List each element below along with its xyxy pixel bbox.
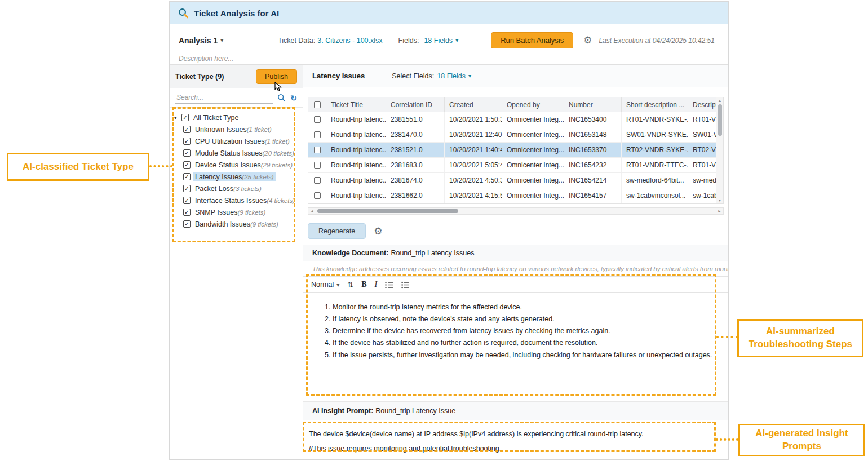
select-all-checkbox[interactable]	[314, 101, 321, 108]
column-header-description[interactable]: Description	[688, 97, 716, 112]
app-header: Ticket Analysis for AI	[170, 2, 728, 24]
checkbox-icon[interactable]: ✓	[183, 209, 191, 216]
tree-item-device-status-issues[interactable]: ✓ Device Status Issues(29 tickets)	[173, 159, 299, 171]
cell-description: SW01-VND	[688, 127, 716, 142]
tree-item-label: Module Status Issues	[195, 149, 263, 157]
checkbox-all-ticket-type[interactable]: ✓	[181, 114, 189, 121]
column-header-ticket-title[interactable]: Ticket Title	[326, 97, 386, 112]
vertical-scrollbar[interactable]: ▲ ▼	[716, 97, 724, 204]
ticket-data-file-link[interactable]: 3. Citizens - 100.xlsx	[317, 37, 382, 45]
table-row[interactable]: Round-trip latenc... 2381662.0 10/20/202…	[308, 188, 716, 203]
checkbox-icon[interactable]: ✓	[183, 149, 191, 157]
cell-description: sw-medfor	[688, 173, 716, 188]
tree-item-latency-issues[interactable]: ✓ Latency Issues(25 tickets)	[173, 171, 299, 183]
search-icon[interactable]	[277, 94, 286, 102]
search-input[interactable]	[175, 92, 273, 104]
tree-item-snmp-issues[interactable]: ✓ SNMP Issues(9 tickets)	[173, 206, 299, 218]
description-placeholder[interactable]: Description here...	[179, 55, 719, 63]
analysis-selector[interactable]: Analysis 1 ▾	[179, 36, 278, 45]
cell-correlation-id: 2381470.0	[386, 127, 445, 142]
bold-icon[interactable]: B	[361, 280, 366, 289]
troubleshooting-steps-editor[interactable]: Monitor the round-trip latency metrics f…	[303, 293, 728, 398]
tree-item-count: (1 ticket)	[247, 126, 272, 133]
size-stepper-icon[interactable]: ⇅	[347, 281, 353, 289]
cell-opened-by: Omnicenter Integ...	[502, 173, 564, 188]
scroll-up-icon[interactable]: ▲	[718, 99, 722, 103]
page-title: Ticket Analysis for AI	[194, 8, 279, 18]
tree-item-all-ticket-type[interactable]: ▾ ✓ All Ticket Type	[173, 112, 299, 123]
horizontal-scrollbar[interactable]: ◄ ►	[308, 207, 724, 215]
tree-item-module-status-issues[interactable]: ✓ Module Status Issues(20 tickets)	[173, 147, 299, 159]
vertical-scroll-thumb[interactable]	[718, 104, 722, 136]
row-checkbox[interactable]	[314, 162, 321, 169]
tree-item-label: Unknown Issues	[195, 126, 247, 134]
table-row[interactable]: Round-trip latenc... 2381551.0 10/20/202…	[308, 112, 716, 127]
tree-item-count: (20 tickets)	[263, 150, 294, 157]
select-fields-value[interactable]: 18 Fields	[437, 72, 466, 80]
row-checkbox[interactable]	[314, 192, 321, 199]
ai-insight-prompt-label: AI Insight Prompt:	[312, 407, 373, 415]
row-checkbox[interactable]	[314, 177, 321, 184]
knowledge-settings-gear-icon[interactable]: ⚙	[374, 225, 382, 237]
bullet-list-icon[interactable]	[401, 281, 410, 289]
row-checkbox[interactable]	[314, 116, 321, 123]
tree-item-count: (29 tickets)	[261, 162, 293, 169]
checkbox-icon[interactable]: ✓	[183, 138, 191, 145]
checkbox-icon[interactable]: ✓	[183, 197, 191, 204]
device-variable-link[interactable]: device	[349, 430, 370, 438]
ordered-list-icon[interactable]	[385, 281, 393, 289]
column-header-correlation-id[interactable]: Correlation ID	[386, 97, 445, 112]
publish-button[interactable]: Publish	[256, 69, 297, 84]
table-row[interactable]: Round-trip latenc... 2381683.0 10/20/202…	[308, 158, 716, 173]
row-checkbox[interactable]	[314, 131, 321, 138]
refresh-icon[interactable]: ↻	[290, 94, 297, 103]
checkbox-icon[interactable]: ✓	[183, 161, 191, 169]
checkbox-icon[interactable]: ✓	[183, 185, 191, 192]
tree-item-label: Bandwidth Issues	[195, 220, 250, 228]
column-header-created[interactable]: Created	[445, 97, 502, 112]
cell-ticket-title: Round-trip latenc...	[326, 188, 386, 203]
tree-item-label: Latency Issues	[195, 173, 242, 181]
cell-short-description: RT01-VNDR-TTEC-...	[622, 158, 688, 172]
run-batch-analysis-button[interactable]: Run Batch Analysis	[491, 32, 573, 48]
cell-ticket-title: Round-trip latenc...	[326, 127, 386, 142]
settings-gear-icon[interactable]: ⚙	[583, 34, 592, 46]
table-row-selected[interactable]: Round-trip latenc... 2381521.0 10/20/202…	[308, 143, 716, 158]
table-row[interactable]: Round-trip latenc... 2381470.0 10/20/202…	[308, 127, 716, 143]
column-header-opened-by[interactable]: Opened by	[502, 97, 564, 112]
tree-item-packet-loss[interactable]: ✓ Packet Loss(3 tickets)	[173, 183, 299, 194]
regenerate-button[interactable]: Regenerate	[308, 223, 366, 239]
format-dropdown[interactable]: Normal ▾	[311, 281, 339, 289]
tree-item-count: (4 tickets)	[267, 197, 295, 204]
insight-prompt-editor[interactable]: The device $device(device name) at IP ad…	[303, 420, 728, 454]
tree-item-label: CPU Utilization Issues	[195, 138, 265, 145]
cell-number: INC1653370	[564, 143, 622, 157]
horizontal-scroll-thumb[interactable]	[317, 209, 458, 213]
scroll-down-icon[interactable]: ▼	[718, 198, 722, 202]
chevron-down-icon[interactable]: ▾	[468, 73, 471, 79]
checkbox-icon[interactable]: ✓	[183, 220, 191, 228]
checkbox-icon[interactable]: ✓	[183, 173, 191, 180]
tree-item-count: (3 tickets)	[233, 185, 262, 192]
knowledge-document-title: Round_trip Latency Issues	[391, 249, 474, 257]
tree-item-cpu-utilization-issues[interactable]: ✓ CPU Utilization Issues(1 ticket)	[173, 135, 299, 147]
column-header-number[interactable]: Number	[564, 97, 622, 112]
cell-correlation-id: 2381521.0	[386, 143, 445, 157]
row-checkbox[interactable]	[314, 147, 321, 153]
fields-selector[interactable]: Fields: 18 Fields ▾	[398, 37, 459, 45]
tree-expander-icon[interactable]: ▾	[174, 115, 179, 121]
chevron-down-icon: ▾	[455, 37, 458, 43]
cell-ticket-title: Round-trip latenc...	[326, 112, 386, 127]
italic-icon[interactable]: I	[375, 280, 378, 289]
table-row[interactable]: Round-trip latenc... 2381674.0 10/20/202…	[308, 173, 716, 188]
checkbox-icon[interactable]: ✓	[183, 126, 191, 133]
column-header-short-description[interactable]: Short description ...	[622, 97, 688, 112]
tree-item-interface-status-issues[interactable]: ✓ Interface Status Issues(4 tickets)	[173, 194, 299, 206]
tree-item-unknown-issues[interactable]: ✓ Unknown Issues(1 ticket)	[173, 123, 299, 135]
scroll-left-icon[interactable]: ◄	[310, 209, 314, 213]
regenerate-row: Regenerate ⚙	[303, 215, 728, 245]
scroll-right-icon[interactable]: ►	[718, 209, 721, 213]
annotation-connector	[149, 165, 172, 167]
tree-item-bandwidth-issues[interactable]: ✓ Bandwidth Issues(9 tickets)	[173, 218, 299, 230]
tree-children: ✓ Unknown Issues(1 ticket) ✓ CPU Utiliza…	[173, 123, 299, 230]
